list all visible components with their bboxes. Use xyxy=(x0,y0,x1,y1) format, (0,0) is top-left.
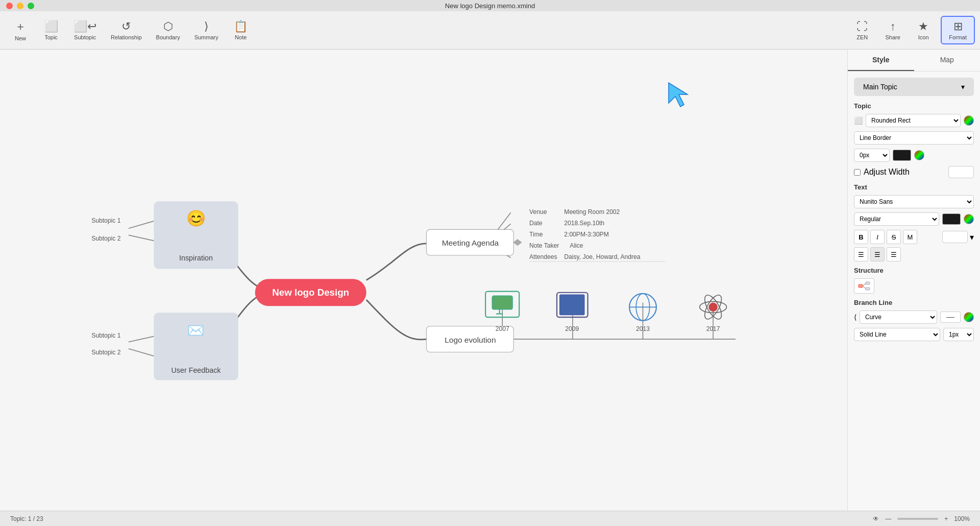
svg-marker-28 xyxy=(513,239,522,246)
toolbar-icon[interactable]: ★ Icon xyxy=(908,17,939,43)
svg-line-61 xyxy=(863,283,866,286)
toolbar-format[interactable]: ⊞ Format xyxy=(941,16,975,44)
svg-rect-60 xyxy=(859,284,863,288)
bold-button[interactable]: B xyxy=(854,230,868,244)
solid-line-row: Solid Line 1px xyxy=(854,328,974,341)
main-topic-button[interactable]: Main Topic ▾ xyxy=(854,78,974,96)
svg-rect-48 xyxy=(559,295,584,315)
border-color-picker[interactable] xyxy=(893,150,911,161)
font-color-accent[interactable] xyxy=(964,214,974,224)
structure-row xyxy=(854,278,974,294)
topic-icon: ⬜ xyxy=(44,20,58,33)
line-width-select[interactable]: 1px xyxy=(943,328,974,341)
tab-style[interactable]: Style xyxy=(848,50,914,71)
svg-text:Subtopic 2: Subtopic 2 xyxy=(91,349,120,356)
window-title: New logo Design memo.xmind xyxy=(445,2,535,10)
svg-line-1 xyxy=(129,235,154,241)
svg-text:Subtopic 2: Subtopic 2 xyxy=(91,235,120,242)
svg-text:2009: 2009 xyxy=(565,325,579,332)
shape-color-picker[interactable] xyxy=(964,115,974,126)
status-bar: Topic: 1 / 23 👁 — + 100% xyxy=(0,511,980,526)
svg-line-3 xyxy=(129,349,154,356)
svg-text:Note Taker: Note Taker xyxy=(529,242,559,249)
topic-section-title: Topic xyxy=(854,102,974,110)
zoom-minus[interactable]: — xyxy=(885,515,891,522)
window-controls xyxy=(6,3,34,9)
toolbar-boundary[interactable]: ⬡ Boundary xyxy=(149,17,187,43)
zoom-slider[interactable] xyxy=(897,518,938,520)
note-icon: 📋 xyxy=(234,20,248,33)
font-style-select[interactable]: Regular xyxy=(854,212,939,226)
line-style-picker[interactable]: — xyxy=(940,312,961,323)
toolbar-relationship[interactable]: ↺ Relationship xyxy=(104,17,149,43)
panel-tabs: Style Map xyxy=(848,50,980,71)
new-icon: ＋ xyxy=(15,19,26,34)
svg-line-2 xyxy=(129,337,154,342)
visibility-icon: 👁 xyxy=(873,515,879,522)
panel-body: Main Topic ▾ Topic ⬜ Rounded Rect Line B… xyxy=(848,71,980,511)
toolbar-summary[interactable]: ⟩ Summary xyxy=(187,17,226,43)
boundary-icon: ⬡ xyxy=(163,20,173,33)
maximize-button[interactable] xyxy=(28,3,34,9)
svg-text:2018.Sep.10th: 2018.Sep.10th xyxy=(564,220,604,227)
svg-text:Date: Date xyxy=(529,220,543,227)
svg-text:User Feedback: User Feedback xyxy=(172,366,222,374)
toolbar-zen[interactable]: ⛶ ZEN xyxy=(847,17,877,43)
font-size-chevron: ▾ xyxy=(970,232,974,242)
icon-star-icon: ★ xyxy=(918,20,928,33)
close-button[interactable] xyxy=(6,3,13,9)
main-area: New logo Design 😊 Inspiration ✉️ User Fe… xyxy=(0,50,980,511)
svg-rect-43 xyxy=(492,296,512,309)
zoom-plus[interactable]: + xyxy=(944,515,948,522)
svg-text:Inspiration: Inspiration xyxy=(179,254,213,262)
adjust-width-input[interactable]: 140 xyxy=(948,166,974,178)
adjust-width-checkbox[interactable] xyxy=(854,169,861,176)
svg-text:Attendees: Attendees xyxy=(529,253,557,260)
curve-icon: ⟨ xyxy=(854,313,856,321)
font-color-picker[interactable] xyxy=(942,213,961,225)
m-button[interactable]: M xyxy=(903,230,917,244)
toolbar-topic[interactable]: ⬜ Topic xyxy=(36,17,66,43)
shape-select[interactable]: Rounded Rect xyxy=(866,114,961,127)
align-row: ☰ ☰ ☰ xyxy=(854,247,974,261)
border-accent-color[interactable] xyxy=(914,150,924,160)
svg-text:2017: 2017 xyxy=(706,325,720,332)
border-px-row: 0px xyxy=(854,149,974,162)
align-center-button[interactable]: ☰ xyxy=(870,247,885,261)
svg-text:Time: Time xyxy=(529,231,543,238)
border-row: Line Border xyxy=(854,131,974,145)
toolbar-new[interactable]: ＋ New xyxy=(5,16,36,44)
align-right-button[interactable]: ☰ xyxy=(887,247,901,261)
font-family-select[interactable]: Nunito Sans xyxy=(854,195,974,208)
curve-select[interactable]: Curve xyxy=(860,310,937,324)
italic-button[interactable]: I xyxy=(870,230,885,244)
font-formatting-row: B I S M 14 ▾ xyxy=(854,230,974,244)
toolbar: ＋ New ⬜ Topic ⬜↩ Subtopic ↺ Relationship… xyxy=(0,11,980,50)
svg-point-54 xyxy=(708,303,718,312)
strikethrough-button[interactable]: S xyxy=(887,230,901,244)
format-icon: ⊞ xyxy=(953,20,963,33)
adjust-width-row: Adjust Width 140 xyxy=(854,166,974,178)
toolbar-share[interactable]: ↑ Share xyxy=(877,17,908,43)
toolbar-subtopic[interactable]: ⬜↩ Subtopic xyxy=(66,17,104,43)
tab-map[interactable]: Map xyxy=(914,50,981,71)
toolbar-note[interactable]: 📋 Note xyxy=(226,17,256,43)
zen-icon: ⛶ xyxy=(856,20,868,33)
align-left-button[interactable]: ☰ xyxy=(854,247,868,261)
title-bar: New logo Design memo.xmind xyxy=(0,0,980,11)
svg-text:😊: 😊 xyxy=(186,209,206,228)
border-select[interactable]: Line Border xyxy=(854,131,974,145)
svg-text:New logo Design: New logo Design xyxy=(272,287,349,298)
relationship-icon: ↺ xyxy=(121,20,131,33)
branch-color-picker[interactable] xyxy=(964,312,974,322)
svg-text:Meeting Room 2002: Meeting Room 2002 xyxy=(564,208,620,216)
structure-icon[interactable] xyxy=(854,278,874,294)
main-topic-label: Main Topic xyxy=(863,83,897,91)
border-px-select[interactable]: 0px xyxy=(854,149,890,162)
solid-line-select[interactable]: Solid Line xyxy=(854,328,940,341)
svg-rect-63 xyxy=(866,282,870,284)
font-size-input[interactable]: 14 xyxy=(942,231,968,243)
minimize-button[interactable] xyxy=(17,3,23,9)
canvas[interactable]: New logo Design 😊 Inspiration ✉️ User Fe… xyxy=(0,50,847,511)
curve-row: ⟨ Curve — xyxy=(854,310,974,324)
